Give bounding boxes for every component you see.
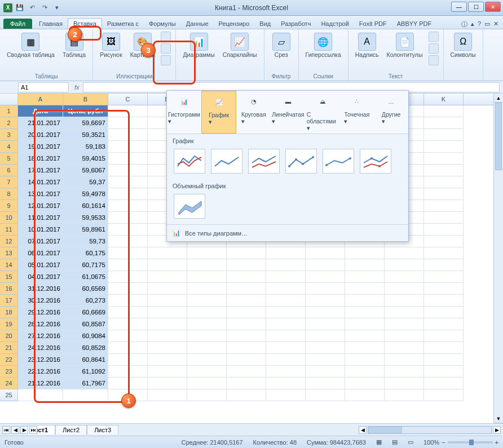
cell[interactable] [385, 295, 424, 307]
cell[interactable] [187, 247, 227, 259]
cell[interactable] [227, 342, 266, 354]
slicer-button[interactable]: ▱Срез [269, 32, 294, 60]
cell[interactable] [385, 247, 424, 259]
view-layout-icon[interactable]: ▤ [392, 438, 398, 446]
pivot-table-button[interactable]: ▦Сводная таблица [5, 32, 57, 60]
chart-line-100stacked[interactable] [248, 149, 280, 174]
chart-cat-5[interactable]: ∴Точечная▾ [340, 91, 374, 134]
col-header-C[interactable]: C [108, 94, 148, 105]
cell[interactable] [385, 342, 424, 354]
cell[interactable]: 59,3521 [63, 129, 108, 141]
cell[interactable] [306, 283, 345, 295]
chart-cat-2[interactable]: ◔Круговая▾ [236, 91, 271, 134]
tab-file[interactable]: Файл [3, 19, 32, 29]
cell[interactable]: 60,9084 [63, 330, 108, 342]
chart-line-markers[interactable] [285, 149, 317, 174]
row-header[interactable]: 20 [0, 330, 18, 342]
cell[interactable] [108, 366, 148, 378]
cell[interactable] [266, 342, 306, 354]
cell[interactable] [108, 259, 148, 271]
tab-данные[interactable]: Данные [181, 19, 214, 29]
row-header[interactable]: 11 [0, 224, 18, 236]
cell[interactable] [424, 318, 464, 330]
cell[interactable] [266, 259, 306, 271]
clipart-button[interactable]: 🎨Картинка [128, 32, 158, 60]
close-button[interactable]: ✕ [485, 2, 501, 12]
headerfooter-button[interactable]: 📄Колонтитулы [385, 32, 425, 60]
cell[interactable]: 14.01.2017 [18, 176, 63, 188]
cell[interactable]: 59,9533 [63, 212, 108, 224]
cell[interactable]: 59,6067 [63, 165, 108, 176]
row-header[interactable]: 3 [0, 129, 18, 141]
row-header[interactable]: 6 [0, 165, 18, 176]
cell[interactable] [266, 366, 306, 378]
cell[interactable] [108, 105, 148, 117]
cell[interactable]: 60,175 [63, 247, 108, 259]
cell[interactable]: 61,0675 [63, 271, 108, 283]
tab-разработч[interactable]: Разработч [276, 19, 316, 29]
cell[interactable] [108, 318, 148, 330]
cell[interactable] [424, 342, 464, 354]
cell[interactable] [227, 318, 266, 330]
cell[interactable]: 59,6697 [63, 117, 108, 129]
cell[interactable] [108, 224, 148, 236]
cell[interactable] [148, 366, 187, 378]
cell[interactable] [306, 247, 345, 259]
tab-abbyy pdf[interactable]: ABBYY PDF [392, 19, 437, 29]
cell[interactable] [227, 283, 266, 295]
cell[interactable] [227, 259, 266, 271]
cell[interactable]: 59,4978 [63, 188, 108, 200]
row-header[interactable]: 2 [0, 117, 18, 129]
row-header[interactable]: 17 [0, 295, 18, 307]
cell[interactable] [385, 389, 424, 401]
cell[interactable]: 60,6669 [63, 307, 108, 318]
cell[interactable] [187, 330, 227, 342]
zoom-control[interactable]: 100% −+ [423, 439, 498, 446]
wordart-icon[interactable] [429, 32, 439, 42]
cell[interactable]: 11.01.2017 [18, 212, 63, 224]
cell[interactable] [424, 129, 464, 141]
row-header[interactable]: 5 [0, 153, 18, 165]
cell[interactable] [266, 389, 306, 401]
hyperlink-button[interactable]: 🌐Гиперссылка [303, 32, 343, 60]
cell[interactable] [227, 330, 266, 342]
hscroll-left-icon[interactable]: ◀ [359, 426, 367, 434]
cell[interactable] [108, 247, 148, 259]
chart-line-100stacked-markers[interactable] [360, 149, 391, 174]
cell[interactable]: 10.01.2017 [18, 224, 63, 236]
cell[interactable]: 07.01.2017 [18, 236, 63, 247]
symbols-button[interactable]: ΩСимволы [448, 32, 478, 60]
cell[interactable]: 59,8961 [63, 224, 108, 236]
cell[interactable] [424, 247, 464, 259]
cell[interactable] [306, 307, 345, 318]
cell[interactable] [108, 129, 148, 141]
cell[interactable]: 31.12.2016 [18, 283, 63, 295]
cell[interactable] [385, 330, 424, 342]
cell[interactable]: 30.12.2016 [18, 295, 63, 307]
cell[interactable]: 24.12.2016 [18, 342, 63, 354]
cell[interactable] [187, 378, 227, 389]
row-header[interactable]: 16 [0, 283, 18, 295]
cell[interactable] [148, 271, 187, 283]
shapes-icon[interactable] [161, 32, 171, 42]
cell[interactable]: 20.01.2017 [18, 129, 63, 141]
cell[interactable]: 60,8528 [63, 342, 108, 354]
cell[interactable]: 17.01.2017 [18, 165, 63, 176]
sheet-tab-3[interactable]: Лист3 [87, 425, 118, 434]
cell[interactable] [187, 366, 227, 378]
cell[interactable]: 61,7967 [63, 378, 108, 389]
tab-главная[interactable]: Главная [34, 19, 68, 29]
view-normal-icon[interactable]: ▦ [376, 438, 382, 446]
cell[interactable] [266, 354, 306, 366]
smartart-icon[interactable] [161, 43, 171, 54]
cell[interactable] [385, 318, 424, 330]
cell[interactable] [187, 318, 227, 330]
cell[interactable] [424, 366, 464, 378]
sheet-nav-first-icon[interactable]: ⏮ [2, 426, 10, 434]
cell[interactable]: 04.01.2017 [18, 271, 63, 283]
charts-button[interactable]: 📊Диаграммы [180, 32, 217, 60]
cell[interactable]: 21.12.2016 [18, 378, 63, 389]
row-header[interactable]: 21 [0, 342, 18, 354]
cell[interactable] [108, 188, 148, 200]
cell[interactable] [424, 307, 464, 318]
